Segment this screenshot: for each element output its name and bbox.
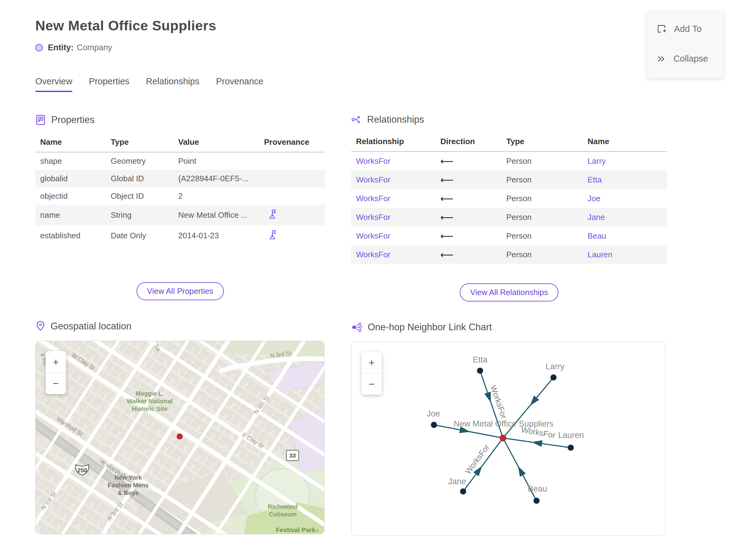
relationship-direction: ⟵ (435, 152, 501, 171)
property-provenance (259, 170, 325, 187)
map-zoom-in-button[interactable]: + (46, 351, 66, 373)
double-chevron-right-icon (656, 54, 666, 63)
property-value: {A228944F-0EF5-... (173, 170, 259, 187)
relationship-type-link[interactable]: WorksFor (351, 189, 435, 208)
col-direction: Direction (435, 133, 501, 152)
tab-properties[interactable]: Properties (89, 76, 129, 92)
relationships-table: Relationship Direction Type Name WorksFo… (351, 133, 667, 264)
link-chart-section-header: One-hop Neighbor Link Chart (351, 322, 667, 333)
relationships-section-title: Relationships (367, 114, 424, 125)
graph-node-joe[interactable] (431, 422, 437, 428)
property-value: 2014-01-23 (173, 225, 259, 246)
map-label: Historic Site (132, 405, 168, 412)
graph-edge-arrow (532, 440, 542, 447)
relationship-direction: ⟵ (435, 245, 501, 264)
tab-provenance[interactable]: Provenance (216, 76, 263, 92)
view-all-properties-button[interactable]: View All Properties (136, 282, 224, 300)
properties-table-header: Name Type Value Provenance (35, 134, 325, 152)
relationship-entity-link[interactable]: Beau (583, 227, 667, 245)
relationship-type-link[interactable]: WorksFor (351, 208, 435, 227)
link-chart-section-title: One-hop Neighbor Link Chart (368, 322, 492, 333)
property-provenance[interactable] (259, 225, 325, 246)
relationship-type-link[interactable]: WorksFor (351, 171, 435, 189)
relationships-section-header: Relationships (351, 114, 667, 125)
view-all-relationships-button[interactable]: View All Relationships (460, 283, 558, 301)
graph-node-label: Larry (546, 362, 565, 371)
relationship-row: WorksFor⟵PersonBeau (351, 227, 667, 245)
map-canvas[interactable]: 25033 k RdW Clay StSaN 3rd StN 4th StMar… (36, 341, 324, 534)
graph-node-larry[interactable] (550, 374, 557, 381)
relationship-type-link[interactable]: WorksFor (351, 227, 435, 245)
relationship-entity-link[interactable]: Etta (583, 171, 667, 189)
map-panel[interactable]: + − (35, 341, 324, 534)
relationship-row: WorksFor⟵PersonLauren (351, 245, 667, 264)
property-provenance (259, 152, 325, 170)
properties-icon (35, 114, 46, 126)
graph-node-label: Etta (473, 355, 488, 364)
property-name: globalid (35, 170, 106, 187)
col-type: Type (501, 133, 583, 152)
relationships-table-header: Relationship Direction Type Name (351, 133, 667, 152)
map-marker[interactable] (177, 434, 182, 439)
property-value: Point (173, 152, 259, 170)
relationship-entity-type: Person (501, 208, 583, 227)
map-label: Walker National (127, 398, 172, 405)
property-type: Object ID (106, 187, 173, 205)
property-provenance[interactable] (259, 205, 325, 225)
provenance-flag-icon[interactable] (268, 229, 277, 240)
svg-text:33: 33 (289, 452, 296, 459)
chart-zoom-out-button[interactable]: − (362, 373, 382, 395)
provenance-flag-icon[interactable] (268, 209, 277, 219)
map-label: New York (114, 474, 142, 481)
col-name: Name (35, 134, 106, 152)
collapse-button[interactable]: Collapse (656, 54, 724, 64)
property-row: shapeGeometryPoint (35, 152, 325, 170)
graph-node-beau[interactable] (534, 498, 540, 504)
relationship-direction: ⟵ (435, 189, 501, 208)
chart-zoom-in-button[interactable]: + (362, 352, 382, 373)
entity-type-value: Company (77, 43, 112, 52)
property-row: establishedDate Only2014-01-23 (35, 225, 325, 246)
property-row: globalidGlobal ID{A228944F-0EF5-... (35, 170, 325, 187)
add-to-icon (656, 24, 667, 34)
route-shield-state: 33 (286, 450, 299, 461)
map-label: Richmond (268, 503, 298, 510)
graph-center-node[interactable] (500, 435, 506, 441)
map-zoom-out-button[interactable]: − (46, 373, 66, 394)
graph-edge-label: WorksFor (489, 384, 509, 420)
geospatial-section-title: Geospatial location (51, 321, 132, 332)
relationship-type-link[interactable]: WorksFor (351, 152, 435, 171)
tab-bar: Overview Properties Relationships Proven… (35, 76, 667, 92)
relationship-entity-link[interactable]: Larry (583, 152, 667, 171)
graph-node-label: Joe (427, 409, 440, 418)
graph-node-etta[interactable] (477, 368, 483, 374)
relationship-entity-link[interactable]: Joe (583, 189, 667, 208)
graph-node-lauren[interactable] (568, 445, 574, 451)
tab-overview[interactable]: Overview (35, 76, 72, 92)
relationship-entity-link[interactable]: Jane (583, 208, 667, 227)
floating-action-panel: Add To Collapse (647, 11, 724, 78)
property-name: shape (35, 152, 106, 170)
property-type: String (106, 205, 173, 225)
graph-node-jane[interactable] (460, 488, 466, 494)
properties-table: Name Type Value Provenance shapeGeometry… (35, 134, 325, 246)
graph-node-label: Jane (448, 477, 466, 486)
relationship-entity-type: Person (501, 152, 583, 171)
property-value: 2 (173, 187, 259, 205)
relationship-entity-link[interactable]: Lauren (583, 245, 667, 264)
link-chart-panel[interactable]: + − EttaLarryJoeLaurenJaneBeauNew Metal … (351, 341, 665, 535)
relationship-entity-type: Person (501, 189, 583, 208)
relationship-type-link[interactable]: WorksFor (351, 245, 435, 264)
property-row: objectidObject ID2 (35, 187, 325, 205)
property-name: objectid (35, 187, 106, 205)
add-to-button[interactable]: Add To (656, 24, 724, 34)
relationship-row: WorksFor⟵PersonEtta (351, 171, 667, 189)
entity-row: Entity: Company (35, 43, 667, 52)
relationship-direction: ⟵ (435, 208, 501, 227)
graph-node-label: Beau (528, 484, 547, 493)
map-pin-icon (35, 320, 46, 332)
geospatial-section-header: Geospatial location (35, 320, 325, 332)
link-chart-canvas[interactable]: EttaLarryJoeLaurenJaneBeauNew Metal Offi… (351, 342, 665, 535)
tab-relationships[interactable]: Relationships (146, 76, 199, 92)
graph-center-label: New Metal Office Suppliers (454, 419, 554, 428)
